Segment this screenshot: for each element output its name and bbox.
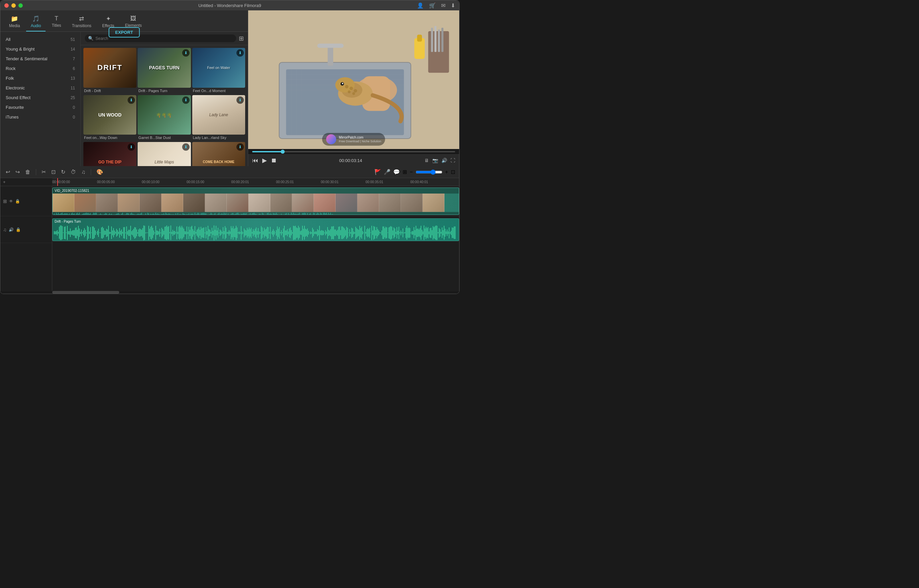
crop-button[interactable]: ⊡ bbox=[50, 168, 57, 176]
maximize-button[interactable] bbox=[18, 3, 23, 8]
scrollbar[interactable] bbox=[0, 291, 459, 294]
cut-button[interactable]: ✂ bbox=[40, 168, 47, 176]
zoom-slider[interactable] bbox=[416, 170, 443, 175]
mail-icon[interactable]: ✉ bbox=[441, 2, 446, 9]
sidebar-item-rock[interactable]: Rock 6 bbox=[0, 64, 81, 73]
close-button[interactable] bbox=[4, 3, 9, 8]
audio-clip-label: Drift - Pages Turn bbox=[53, 219, 459, 225]
thumb-text: Little Maps bbox=[154, 160, 174, 165]
mute-button[interactable]: 🔊 bbox=[9, 227, 14, 232]
download-icon[interactable]: ⬇ bbox=[451, 2, 455, 9]
pip-icon[interactable]: ⊞ bbox=[402, 169, 407, 175]
snapshot-icon[interactable]: 📷 bbox=[432, 158, 438, 163]
sidebar-item-itunes[interactable]: iTunes 0 bbox=[0, 112, 81, 122]
grid-view-icon[interactable]: ⊞ bbox=[239, 35, 244, 42]
download-button[interactable]: ⬇ bbox=[236, 49, 244, 57]
tab-media[interactable]: 📁 Media bbox=[4, 13, 25, 31]
tab-transitions[interactable]: ⇄ Transitions bbox=[67, 13, 96, 31]
thumb-text: 🌴🌴🌴 bbox=[156, 113, 172, 118]
flag-icon[interactable]: 🚩 bbox=[375, 169, 381, 175]
redo-button[interactable]: ↪ bbox=[14, 168, 21, 176]
subtitle-icon[interactable]: 💬 bbox=[393, 169, 400, 175]
export-button[interactable]: EXPORT bbox=[108, 27, 140, 37]
search-icon: 🔍 bbox=[88, 36, 94, 41]
search-bar: 🔍 ⊞ bbox=[81, 32, 248, 45]
stop-button[interactable]: ⏹ bbox=[271, 157, 277, 164]
lock-button[interactable]: 🔒 bbox=[15, 199, 20, 204]
list-item[interactable]: Little Maps ⬇ Little Maps - Eddie bbox=[138, 142, 191, 166]
cart-icon[interactable]: 🛒 bbox=[429, 2, 436, 9]
fit-icon[interactable]: ⊡ bbox=[451, 169, 455, 175]
list-item[interactable]: UN WOOD ⬇ Feet on...Way Down bbox=[83, 95, 136, 141]
thumb-text: Feel on Water bbox=[207, 66, 230, 69]
scrollbar-thumb[interactable] bbox=[52, 291, 119, 294]
list-item[interactable]: 🌴🌴🌴 ⬇ Garret B...Star Dust bbox=[138, 95, 191, 141]
search-input-wrap[interactable]: 🔍 bbox=[85, 34, 236, 42]
clip-label: VID_20190702-115821 bbox=[53, 188, 459, 194]
tab-audio[interactable]: 🎵 Audio bbox=[26, 13, 46, 31]
account-icon[interactable]: 👤 bbox=[417, 2, 424, 9]
film-frame bbox=[74, 194, 96, 212]
progress-wrap[interactable] bbox=[248, 149, 459, 154]
zoom-out-icon[interactable]: − bbox=[410, 169, 413, 175]
speed-button[interactable]: ⏱ bbox=[69, 168, 78, 176]
sidebar-item-young[interactable]: Young & Bright 14 bbox=[0, 44, 81, 54]
add-media-button[interactable]: + bbox=[3, 179, 6, 184]
minimize-button[interactable] bbox=[11, 3, 16, 8]
sidebar-item-soundeffect[interactable]: Sound Effect 25 bbox=[0, 93, 81, 102]
render-icon[interactable]: 🖥 bbox=[424, 158, 429, 163]
download-button[interactable]: ⬇ bbox=[128, 97, 135, 104]
tab-titles[interactable]: T Titles bbox=[47, 13, 66, 31]
panel-content: All 51 Young & Bright 14 Tender & Sentim… bbox=[0, 32, 248, 166]
mic-icon[interactable]: 🎤 bbox=[384, 169, 391, 175]
rewind-button[interactable]: ⏮ bbox=[252, 157, 258, 164]
zoom-in-icon[interactable]: + bbox=[445, 169, 448, 175]
rotate-button[interactable]: ↻ bbox=[60, 168, 67, 176]
thumb-text: COME BACK HOME bbox=[203, 160, 234, 164]
media-grid: DRIFT Drift - Drift PAGES TURN ⬇ bbox=[81, 45, 248, 166]
play-button[interactable]: ▶ bbox=[262, 157, 267, 164]
sidebar-item-tender[interactable]: Tender & Sentimental 7 bbox=[0, 54, 81, 64]
video-clip[interactable]: VID_20190702-115821 bbox=[52, 187, 459, 215]
playhead[interactable] bbox=[57, 178, 58, 186]
audio-clip[interactable]: Drift - Pages Turn bbox=[52, 218, 459, 241]
titlebar-right-icons: 👤 🛒 ✉ ⬇ bbox=[417, 2, 455, 9]
delete-button[interactable]: 🗑 bbox=[24, 168, 32, 176]
list-item[interactable]: COME BACK HOME ⬇ Come Back Home bbox=[192, 142, 245, 166]
film-frame bbox=[118, 194, 140, 212]
sidebar-item-favourite[interactable]: Favourite 0 bbox=[0, 102, 81, 112]
audio-button[interactable]: ♫ bbox=[80, 168, 87, 176]
color-button[interactable]: 🎨 bbox=[95, 168, 105, 176]
audio-lock-button[interactable]: 🔒 bbox=[16, 227, 21, 232]
sidebar-label-young: Young & Bright bbox=[6, 47, 34, 52]
video-track-header: ⊞ 👁 🔒 bbox=[0, 186, 52, 216]
ruler-mark-7: 00:00:35:01 bbox=[366, 180, 383, 184]
sidebar-label-soundeffect: Sound Effect bbox=[6, 95, 31, 100]
download-button[interactable]: ⬇ bbox=[182, 143, 189, 151]
list-item[interactable]: DRIFT Drift - Drift bbox=[83, 48, 136, 94]
list-item[interactable]: Feel on Water ⬇ Feet On...d Moment bbox=[192, 48, 245, 94]
sidebar-item-folk[interactable]: Folk 13 bbox=[0, 73, 81, 83]
tab-audio-label: Audio bbox=[31, 23, 41, 28]
list-item[interactable]: Lady Lane ⬇ Lady Lan...rland Sky bbox=[192, 95, 245, 141]
volume-icon[interactable]: 🔊 bbox=[441, 158, 447, 163]
sidebar-item-electronic[interactable]: Electronic 11 bbox=[0, 83, 81, 93]
fullscreen-icon[interactable]: ⛶ bbox=[451, 158, 455, 163]
list-item[interactable]: PAGES TURN ⬇ Drift - Pages Turn bbox=[138, 48, 191, 94]
elements-icon: 🖼 bbox=[130, 15, 136, 22]
download-button[interactable]: ⬇ bbox=[236, 97, 244, 104]
audio-track-header: ♫ 🔊 🔒 bbox=[0, 216, 52, 243]
thumb-text: GO THE DIP bbox=[98, 160, 121, 165]
progress-bar[interactable] bbox=[252, 151, 455, 152]
sidebar-item-all[interactable]: All 51 bbox=[0, 34, 81, 44]
download-button[interactable]: ⬇ bbox=[182, 97, 189, 104]
undo-button[interactable]: ↩ bbox=[4, 168, 11, 176]
eye-button[interactable]: 👁 bbox=[9, 199, 13, 204]
film-frame bbox=[336, 194, 357, 212]
window-controls[interactable] bbox=[4, 3, 23, 8]
sidebar-label-favourite: Favourite bbox=[6, 105, 24, 110]
window-title: Untitled - Wondershare Filmora9 bbox=[198, 3, 261, 8]
progress-dot[interactable] bbox=[281, 150, 285, 154]
download-button[interactable]: ⬇ bbox=[182, 49, 189, 57]
list-item[interactable]: GO THE DIP ⬇ Lights on...e For Us bbox=[83, 142, 136, 166]
